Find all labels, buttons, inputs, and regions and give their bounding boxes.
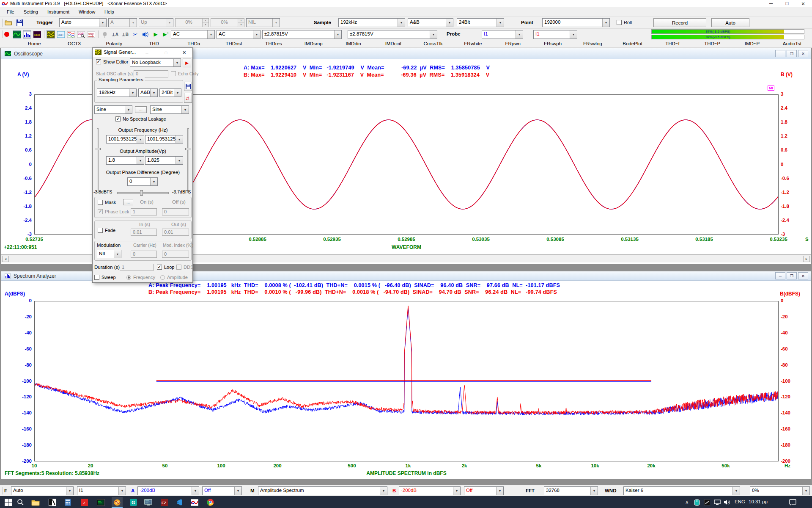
spinner-down-icon[interactable]: ▾ <box>203 23 208 27</box>
generator-run-button[interactable]: ▶ <box>183 58 191 67</box>
tray-clock[interactable]: 10:31 μμ <box>749 499 768 504</box>
tab-imdccif[interactable]: IMDccif <box>373 40 413 47</box>
checkbox-box[interactable] <box>171 71 176 76</box>
freq-axis-select[interactable]: Auto▾ <box>11 486 74 495</box>
notification-center-icon[interactable] <box>787 497 798 508</box>
amplitude-slider-b[interactable] <box>187 128 189 193</box>
tab-frswph[interactable]: FRswph <box>533 40 573 47</box>
autoscale-button[interactable]: Auto <box>711 18 749 27</box>
tray-network-icon[interactable] <box>713 497 721 508</box>
taskbar-vscode-icon[interactable] <box>174 497 185 508</box>
checkbox-box[interactable]: ✓ <box>157 265 162 270</box>
modulation-type-select[interactable]: NIL▾ <box>97 250 121 258</box>
coupling-a-select[interactable]: AC▾ <box>171 30 215 39</box>
scroll-left-icon[interactable]: ◄ <box>2 256 9 262</box>
dropdown-arrow-icon[interactable]: ▾ <box>516 30 523 39</box>
record-button[interactable]: Record <box>653 18 706 27</box>
dropdown-arrow-icon[interactable]: ▾ <box>453 487 460 495</box>
tab-imd-p[interactable]: IMD~P <box>732 40 772 47</box>
tab-oct3[interactable]: OCT3 <box>54 40 94 47</box>
dropdown-arrow-icon[interactable]: ▾ <box>176 157 183 164</box>
range-a-select[interactable]: ±2.87815V▾ <box>262 30 342 39</box>
wave-b-select[interactable]: Sine▾ <box>150 105 189 114</box>
no-spectral-leakage-checkbox[interactable]: ✓No Spectral Leakage <box>115 116 166 121</box>
probe-clip-icon[interactable]: ✂ <box>131 30 140 39</box>
dropdown-arrow-icon[interactable]: ▾ <box>137 135 144 143</box>
sweep-amplitude-radio[interactable]: Amplitude <box>160 275 188 280</box>
tab-thdnsl[interactable]: THDnsl <box>214 40 253 47</box>
dropdown-arrow-icon[interactable]: ▾ <box>272 19 280 27</box>
coupling-b-select[interactable]: AC▾ <box>217 30 261 39</box>
dropdown-arrow-icon[interactable]: ▾ <box>99 19 106 27</box>
amplitude-a-select[interactable]: 1.8▾ <box>106 156 144 165</box>
dropdown-arrow-icon[interactable]: ▾ <box>602 19 609 27</box>
tray-mouse-icon[interactable] <box>693 497 701 508</box>
sample-rate-select[interactable]: 192kHz▾ <box>338 18 405 27</box>
ddp-viewer-icon[interactable]: DDP <box>77 30 85 39</box>
level-slider[interactable] <box>117 192 169 194</box>
panel-close-button[interactable]: ✕ <box>798 272 808 279</box>
hpf-select[interactable]: NIL▾ <box>246 18 280 27</box>
dropdown-arrow-icon[interactable]: ▾ <box>166 19 173 27</box>
dropdown-arrow-icon[interactable]: ▾ <box>334 30 341 39</box>
frequency-a-select[interactable]: 1001.953125▾ <box>106 135 144 144</box>
range-a-select[interactable]: -200dB▾ <box>137 486 199 495</box>
taskbar-calculator-icon[interactable] <box>62 497 73 508</box>
ground-a-icon[interactable]: ⊥A <box>111 30 119 39</box>
phase-lock-checkbox[interactable]: ✓Phase Lock <box>98 209 129 214</box>
ground-b-icon[interactable]: ⊥B <box>121 30 129 39</box>
dropdown-arrow-icon[interactable]: ▾ <box>253 30 260 39</box>
taskbar-system-monitor-icon[interactable] <box>143 497 154 508</box>
input-device-icon[interactable] <box>101 30 109 39</box>
amplitude-b-select[interactable]: 1.825▾ <box>145 156 183 165</box>
taskbar-multi-instrument-icon[interactable] <box>112 497 123 508</box>
taskbar-red-music-app-icon[interactable]: ♪ <box>79 497 90 508</box>
open-file-icon[interactable] <box>4 18 13 27</box>
trigger-mode-select[interactable]: Auto▾ <box>59 18 107 27</box>
dropdown-arrow-icon[interactable]: ▾ <box>150 178 157 185</box>
echo-only-checkbox[interactable]: Echo Only <box>171 71 198 76</box>
menu-file[interactable]: File <box>3 8 19 16</box>
tray-app-icon[interactable] <box>703 497 711 508</box>
run-icon[interactable]: ▶ <box>151 30 160 39</box>
show-editor-checkbox[interactable]: ✓Show Editor <box>96 59 128 64</box>
mod-index-input[interactable]: 0 <box>162 251 189 258</box>
probe-b-select[interactable]: I1▾ <box>533 30 577 39</box>
dropdown-arrow-icon[interactable]: ▾ <box>118 487 126 495</box>
dropdown-arrow-icon[interactable]: ▾ <box>234 487 241 495</box>
spinner-up-icon[interactable]: ▴ <box>203 19 208 23</box>
point-count-select[interactable]: 192000▾ <box>542 18 610 27</box>
dropdown-arrow-icon[interactable]: ▾ <box>570 30 577 39</box>
menu-window[interactable]: Window <box>74 8 99 16</box>
panel-minimize-button[interactable]: ─ <box>775 50 785 57</box>
save-icon[interactable] <box>15 18 24 27</box>
save-signal-button[interactable] <box>184 82 192 91</box>
phase-select[interactable]: 0▾ <box>127 177 158 186</box>
sweep-checkbox[interactable]: Sweep <box>94 275 116 280</box>
device-test-plan-icon[interactable]: DUT <box>57 30 65 39</box>
dropdown-arrow-icon[interactable]: ▾ <box>380 487 387 495</box>
overlap-select[interactable]: 0%▾ <box>750 486 810 495</box>
sample-bits-select[interactable]: 24Bit▾ <box>457 18 504 27</box>
derived-curves-icon[interactable] <box>67 30 75 39</box>
multimeter-icon[interactable]: 888 <box>33 30 41 39</box>
dropdown-arrow-icon[interactable]: ▾ <box>207 30 214 39</box>
spinner-buttons[interactable]: ▴▾ <box>238 19 244 27</box>
tab-thd-f[interactable]: THD~f <box>653 40 692 47</box>
sample-channels-select[interactable]: A&B▾ <box>408 18 453 27</box>
dropdown-arrow-icon[interactable]: ▾ <box>129 89 136 97</box>
dropdown-arrow-icon[interactable]: ▾ <box>173 59 181 66</box>
mask-off-input[interactable]: 0 <box>162 208 189 215</box>
tab-imddin[interactable]: IMDdin <box>333 40 373 47</box>
dds-checkbox[interactable]: DDS <box>176 265 193 270</box>
generator-channels-select[interactable]: A&B▾ <box>138 88 158 97</box>
checkbox-box[interactable]: ✓ <box>96 59 101 64</box>
trigger-slope-select[interactable]: Up▾ <box>139 18 173 27</box>
sweep-frequency-radio[interactable]: Frequency <box>126 275 155 280</box>
fft-size-select[interactable]: 32768▾ <box>544 486 598 495</box>
amplitude-slider-a[interactable] <box>97 128 99 193</box>
checkbox-box[interactable] <box>94 275 99 280</box>
tab-frpwn[interactable]: FRpwn <box>493 40 533 47</box>
smooth-b-select[interactable]: Off▾ <box>464 486 504 495</box>
dialog-maximize-button[interactable]: □ <box>162 50 170 56</box>
